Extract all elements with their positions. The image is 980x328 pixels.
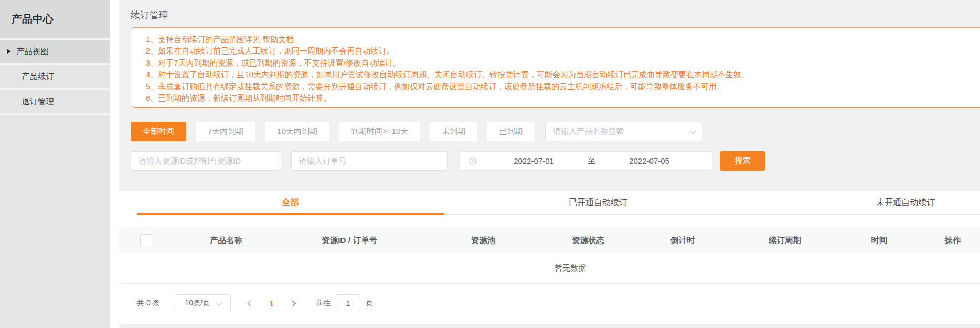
help-doc-link[interactable]: 帮助文档	[263, 35, 294, 44]
tab-auto-renew-disabled[interactable]: 未开通自动续订	[752, 191, 980, 214]
sidebar-item-label: 产品视图	[16, 46, 49, 57]
filter-expire-7d-button[interactable]: 7天内到期	[196, 122, 255, 141]
clock-icon	[468, 157, 477, 165]
table-empty-state: 暂无数据	[119, 253, 980, 284]
notice-line: 2、如果在自动续订前已完成人工续订，则同一周期内不会再自动续订。	[146, 45, 980, 57]
goto-page-input[interactable]	[336, 294, 360, 312]
tab-bar: 全部 已开通自动续订 未开通自动续订	[137, 191, 980, 215]
notice-line: 1、支持自动续订的产品范围详见 帮助文档	[146, 34, 980, 45]
date-start-value[interactable]: 2022-07-01	[480, 156, 588, 165]
filter-not-expired-button[interactable]: 未到期	[430, 122, 477, 141]
notice-line: 3、对于7天内到期的资源，或已到期的资源，不支持设置/修改自动续订。	[146, 57, 980, 69]
sidebar-item-product-renewal[interactable]: 产品续订	[0, 65, 110, 90]
column-header-renew-cycle: 续订周期	[735, 235, 835, 246]
product-select-placeholder: 请输入产品名称搜索	[553, 126, 624, 136]
chevron-right-icon	[290, 300, 296, 307]
current-page-number[interactable]: 1	[270, 299, 274, 308]
chevron-left-icon	[247, 300, 254, 307]
select-all-checkbox[interactable]	[140, 234, 153, 247]
sidebar-item-unsubscribe[interactable]: 退订管理	[0, 90, 110, 115]
notice-box: 1、支持自动续订的产品范围详见 帮助文档 2、如果在自动续订前已完成人工续订，则…	[131, 27, 980, 108]
search-filter-row: 2022-07-01 至 2022-07-05 搜索	[131, 151, 980, 171]
goto-page-label: 前往	[316, 299, 331, 308]
next-page-button[interactable]	[287, 298, 298, 309]
tab-auto-renew-enabled[interactable]: 已开通自动续订	[444, 191, 751, 214]
column-header-actions: 操作	[924, 235, 980, 246]
notice-line: 5、非成套订购但具有绑定或挂载关系的资源，需要分别开通自动续订，例如仅对云硬盘设…	[146, 81, 980, 92]
column-header-product-name: 产品名称	[174, 235, 279, 246]
pagination-total: 共 0 条	[137, 299, 160, 308]
date-end-value[interactable]: 2022-07-05	[595, 156, 703, 165]
triangle-right-icon	[7, 49, 11, 54]
column-header-time: 时间	[835, 235, 924, 246]
page-title: 续订管理	[131, 9, 980, 22]
order-number-input[interactable]	[291, 151, 448, 171]
table-panel: 全部 已开通自动续订 未开通自动续订 产品名称 资源ID / 订单号 资源池 资…	[119, 191, 980, 324]
column-header-resource-pool: 资源池	[420, 235, 546, 246]
main-content: 续订管理 1、支持自动续订的产品范围详见 帮助文档 2、如果在自动续订前已完成人…	[119, 0, 980, 328]
notice-line: 4、对于设置了自动续订，且10天内到期的资源，如果用户尝试修改自动续订周期、关闭…	[146, 69, 980, 80]
column-header-countdown: 倒计时	[630, 235, 735, 246]
filter-expire-ge-10d-button[interactable]: 到期时间>=10天	[339, 122, 420, 141]
date-range-picker[interactable]: 2022-07-01 至 2022-07-05	[459, 151, 712, 171]
resource-id-input[interactable]	[131, 151, 281, 171]
sidebar-item-label: 退订管理	[22, 97, 54, 108]
goto-page-suffix: 页	[366, 299, 373, 308]
sidebar-item-product-view[interactable]: 产品视图	[0, 40, 110, 65]
column-header-resource-status: 资源状态	[546, 235, 630, 246]
sidebar-item-label: 产品续订	[22, 71, 54, 82]
column-header-resource-order-id: 资源ID / 订单号	[279, 235, 420, 246]
select-all-cell	[119, 234, 174, 247]
filter-expired-button[interactable]: 已到期	[487, 122, 535, 141]
table-header-row: 产品名称 资源ID / 订单号 资源池 资源状态 倒计时 续订周期 时间 操作	[119, 227, 980, 253]
filter-all-time-button[interactable]: 全部时间	[131, 122, 186, 141]
filter-expire-10d-button[interactable]: 10天内到期	[265, 122, 329, 141]
pagination-bar: 共 0 条 10条/页 1 前往 页	[137, 294, 980, 312]
page-size-select[interactable]: 10条/页	[175, 294, 231, 312]
date-range-separator: 至	[588, 156, 595, 166]
notice-line: 6、已到期的资源，新续订周期从到期时间开始计算。	[146, 92, 980, 104]
time-filter-row: 全部时间 7天内到期 10天内到期 到期时间>=10天 未到期 已到期 请输入产…	[124, 122, 980, 141]
chevron-down-icon	[690, 128, 697, 134]
product-name-select[interactable]: 请输入产品名称搜索	[545, 122, 702, 141]
sidebar-title: 产品中心	[0, 0, 110, 40]
sidebar: 产品中心 产品视图 产品续订 退订管理	[0, 0, 110, 328]
sidebar-content-gutter	[110, 0, 119, 328]
tab-all[interactable]: 全部	[137, 191, 444, 214]
chevron-down-icon	[216, 300, 222, 305]
page-size-value: 10条/页	[185, 299, 209, 308]
search-button[interactable]: 搜索	[720, 151, 765, 171]
previous-page-button[interactable]	[246, 298, 256, 309]
